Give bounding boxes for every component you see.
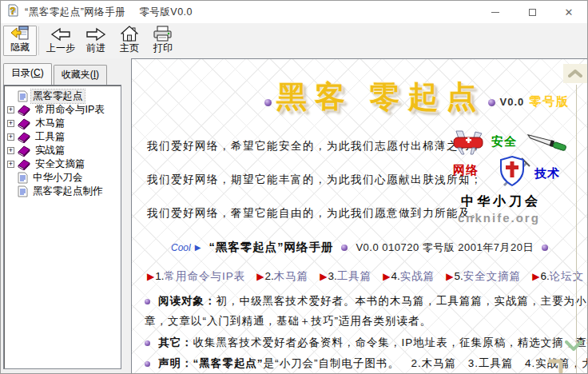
sidebar-tabs: 目录(C) 收藏夹(I) xyxy=(3,63,109,85)
tab-contents-label: 目录( xyxy=(11,67,34,78)
section-readers: 阅读对象：初，中级黑客技术爱好者。本书的木马篇，工具篇篇，实战篇，主要为小刀会原 xyxy=(145,294,587,308)
print-button[interactable]: 打印 xyxy=(146,26,180,56)
svg-text:?: ? xyxy=(10,6,15,17)
purple-ball-icon xyxy=(145,340,150,346)
red-triangle-icon: ▶ xyxy=(532,271,539,282)
print-button-label: 打印 xyxy=(153,42,173,55)
minimize-icon xyxy=(491,12,499,13)
purple-ball-icon xyxy=(488,99,495,106)
book-icon xyxy=(18,105,30,116)
logo-domain: cnknife.org xyxy=(458,211,540,225)
purple-ball-icon xyxy=(264,99,272,106)
hide-button[interactable]: 隐藏 xyxy=(3,26,37,56)
book-title: “黑客零起点”网络手册 xyxy=(209,240,333,255)
printer-icon xyxy=(153,26,173,42)
book-icon xyxy=(18,159,30,170)
navigation-sidebar: 目录(C) 收藏夹(I) 黑客零起点 + xyxy=(1,58,131,373)
tab-contents[interactable]: 目录(C) xyxy=(3,63,52,85)
scroll-down-button[interactable] xyxy=(565,340,582,355)
tree-item-topic[interactable]: 黑客零起点制作 xyxy=(4,185,121,198)
section-readers-cont: 章，文章以“入门到精通，基础＋技巧”适用各类别读者。 xyxy=(145,314,431,328)
tree-item-book[interactable]: + 常用命令与IP表 xyxy=(4,103,121,117)
tree-item-book[interactable]: + 工具篇 xyxy=(4,130,121,144)
maximize-button[interactable] xyxy=(514,1,550,23)
section-readers-cont-text: 章，文章以“入门到精通，基础＋技巧”适用各类别读者。 xyxy=(145,314,431,328)
nav-link-tools[interactable]: ▶3.工具篇 xyxy=(320,269,371,284)
tab-contents-label-end: ) xyxy=(41,67,44,78)
cnknife-logo: 安全 网络 技术 中华小刀会 cnknife.org xyxy=(451,129,587,229)
expand-plus-icon[interactable]: + xyxy=(7,133,14,141)
topic-content-pane[interactable]: 黑客 零起点 V0.0 零号版 我们爱好网络，希望它能安全的，为此我们志愿付出棉… xyxy=(131,58,587,373)
nav-link-trojan[interactable]: ▶2.木马篇 xyxy=(256,269,308,284)
expand-plus-icon[interactable]: + xyxy=(7,161,14,168)
forward-button[interactable]: 前进 xyxy=(79,26,113,56)
tab-favorites[interactable]: 收藏夹(I) xyxy=(54,65,107,85)
forward-button-label: 前进 xyxy=(86,42,105,55)
tree-item-book[interactable]: + 木马篇 xyxy=(4,117,121,130)
document-icon xyxy=(18,185,28,197)
tab-contents-accesskey: C xyxy=(34,67,41,78)
section-other-label: 其它： xyxy=(158,336,193,348)
section-readers-text: 初，中级黑客技术爱好者。本书的木马篇，工具篇篇，实战篇，主要为小刀会原 xyxy=(217,295,588,307)
motto-line-1: 我们爱好网络，希望它能安全的，为此我们志愿付出棉薄之力； xyxy=(147,139,483,153)
red-triangle-icon: ▶ xyxy=(446,271,453,282)
chm-help-app-icon: ? xyxy=(7,4,20,20)
cool-label: Cool xyxy=(171,242,191,253)
expand-plus-icon[interactable]: + xyxy=(7,147,14,154)
toolbar: 隐藏 上一步 前进 主页 xyxy=(1,23,587,58)
tree-item-topic[interactable]: 中华小刀会 xyxy=(4,171,121,185)
tree-item-label: 黑客零起点 xyxy=(31,90,85,103)
book-icon xyxy=(18,132,30,143)
section-claim-label: 声明： xyxy=(158,357,193,369)
hero-title-text: 黑客 零起点 xyxy=(276,77,485,117)
tree-item-label: 木马篇 xyxy=(34,117,67,130)
section-readers-label: 阅读对象： xyxy=(158,295,217,307)
tree-item-book[interactable]: + 安全文摘篇 xyxy=(4,157,121,171)
hero-edition: 零号版 xyxy=(529,94,570,109)
purple-ball-icon xyxy=(341,245,348,251)
tree-item-label: 中华小刀会 xyxy=(31,171,85,185)
hide-button-label: 隐藏 xyxy=(10,41,30,54)
scroll-up-button[interactable] xyxy=(563,64,587,83)
hero-version: V0.0 xyxy=(500,96,525,108)
section-other: 其它：收集黑客技术爱好者必备资料，命令集，IP地址表，征集原稿，精选文摘，查找方… xyxy=(145,336,587,350)
tree-item-label: 安全文摘篇 xyxy=(34,157,87,171)
close-icon: ✕ xyxy=(565,7,574,18)
window-title: “黑客零起点”网络手册 零号版V0.0 xyxy=(25,6,193,19)
blue-triangle-icon: ▶ xyxy=(195,243,201,252)
home-button[interactable]: 主页 xyxy=(113,26,146,56)
titlebar: ? “黑客零起点”网络手册 零号版V0.0 ✕ xyxy=(1,1,587,23)
scrollbar-track[interactable] xyxy=(576,85,577,373)
maximize-icon xyxy=(529,9,536,16)
tree-item-label: 常用命令与IP表 xyxy=(34,103,106,117)
book-info-line: Cool ▶ “黑客零起点”网络手册 V0.0 010720 零号版 2001年… xyxy=(132,240,587,255)
red-triangle-icon: ▶ xyxy=(256,271,264,282)
nav-link-practice[interactable]: ▶4.实战篇 xyxy=(383,269,435,284)
logo-label-network: 网络 xyxy=(453,163,479,178)
close-button[interactable]: ✕ xyxy=(550,1,587,23)
motto-line-2: 我们爱好网络，期望它能丰富的，为此我们心愿献出肤浅所知； xyxy=(147,173,483,187)
book-version-date: V0.0 010720 零号版 2001年7月20日 xyxy=(356,241,534,255)
minimize-button[interactable] xyxy=(477,1,514,23)
back-button[interactable]: 上一步 xyxy=(42,26,79,56)
tree-item-label: 实战篇 xyxy=(34,144,67,157)
back-button-label: 上一步 xyxy=(46,42,75,55)
tree-item-topic[interactable]: 黑客零起点 xyxy=(4,90,121,103)
nav-link-commands[interactable]: ▶1.常用命令与IP表 xyxy=(147,269,245,284)
nav-link-digest[interactable]: ▶5.安全文摘篇 xyxy=(446,269,521,284)
chapter-nav: ▶1.常用命令与IP表 ▶2.木马篇 ▶3.工具篇 ▶4.实战篇 ▶5.安全文摘… xyxy=(147,269,584,284)
tree-item-book[interactable]: + 实战篇 xyxy=(4,144,121,157)
section-other-text: 收集黑客技术爱好者必备资料，命令集，IP地址表，征集原稿，精选文摘，查找方便 xyxy=(193,336,588,348)
red-triangle-icon: ▶ xyxy=(147,271,154,282)
tree-item-label: 黑客零起点制作 xyxy=(31,185,105,198)
logo-label-technology: 技术 xyxy=(534,166,560,181)
expand-plus-icon[interactable]: + xyxy=(7,106,14,113)
home-icon xyxy=(121,26,138,42)
red-triangle-icon: ▶ xyxy=(383,271,390,282)
contents-tree: 黑客零起点 + 常用命令与IP表 + xyxy=(3,85,121,369)
purple-ball-icon xyxy=(145,361,150,367)
back-arrow-icon xyxy=(50,27,71,42)
section-claim-text: 是“小刀会”自制电子图书。 2.木马篇 3.工具篇 4.实战篇，大 xyxy=(264,357,588,369)
shield-sword-icon xyxy=(499,155,531,193)
expand-plus-icon[interactable]: + xyxy=(7,120,14,127)
